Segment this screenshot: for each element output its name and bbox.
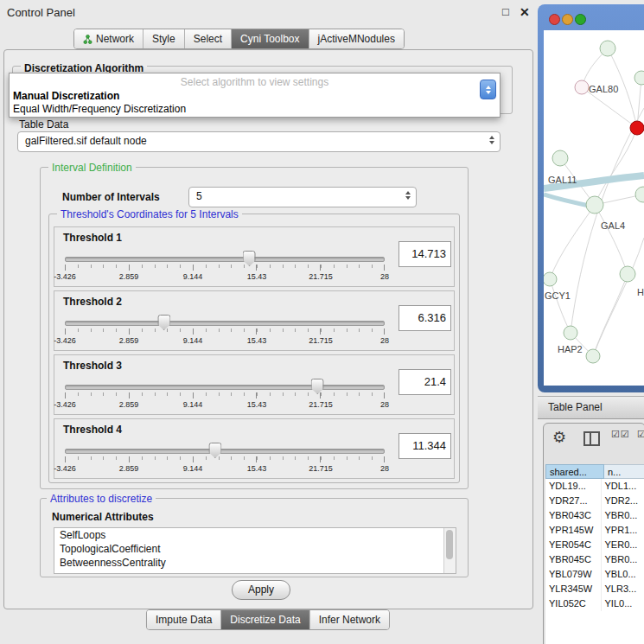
- tab-network-label: Network: [96, 33, 134, 45]
- number-of-intervals-value: 5: [196, 190, 202, 202]
- table-row[interactable]: YBR045CYBR0...: [545, 552, 644, 567]
- network-node[interactable]: [635, 187, 644, 202]
- table-toolbar: ⚙ ☑☑ ☑: [544, 424, 644, 458]
- table-row[interactable]: YIL052CYIL0...: [545, 596, 644, 611]
- table-rows: YDL19...YDL1... YDR27...YDR2... YBR043CY…: [545, 479, 644, 644]
- network-node[interactable]: [600, 41, 615, 56]
- control-panel: Control Panel □ ✕ Network Style Select C…: [0, 0, 536, 644]
- slider-track[interactable]: [65, 385, 385, 390]
- arrow-down-icon: [486, 91, 491, 94]
- threshold-1-label: Threshold 1: [63, 232, 122, 244]
- slider-scale-labels: -3.426 2.859 9.144 15.43 21.715 28: [65, 336, 385, 346]
- tab-style-label: Style: [152, 33, 175, 45]
- list-item-selfloops[interactable]: SelfLoops: [54, 528, 456, 542]
- tab-infer-network-label: Infer Network: [319, 614, 380, 626]
- tab-discretize-data-label: Discretize Data: [230, 614, 300, 626]
- tab-style[interactable]: Style: [143, 29, 185, 48]
- bottom-tab-bar: Impute Data Discretize Data Infer Networ…: [146, 609, 390, 630]
- dropdown-item-manual-discretization[interactable]: Manual Discretization: [13, 90, 119, 102]
- float-window-icon[interactable]: □: [502, 5, 509, 18]
- tab-discretize-data[interactable]: Discretize Data: [221, 610, 309, 629]
- gear-icon[interactable]: ⚙: [552, 428, 566, 447]
- columns-icon[interactable]: [583, 431, 600, 446]
- tab-cyni-toolbox-label: Cyni Toolbox: [240, 33, 299, 45]
- tab-network[interactable]: Network: [74, 29, 143, 48]
- table-row[interactable]: YBL079WYBL0...: [545, 567, 644, 582]
- slider-scale-labels: -3.426 2.859 9.144 15.43 21.715 28: [65, 464, 385, 474]
- threshold-1-slider[interactable]: -3.426 2.859 9.144 15.43 21.715 28: [65, 250, 385, 283]
- combo-stepper-icon[interactable]: [480, 80, 496, 99]
- table-row[interactable]: YBR043CYBR0...: [545, 508, 644, 523]
- node-label-gal4: GAL4: [601, 220, 625, 231]
- threshold-4-panel: Threshold 4 -3.426 2.859 9.144 15.43 21.…: [54, 418, 455, 479]
- threshold-3-value-field[interactable]: 21.4: [399, 369, 451, 395]
- threshold-3-label: Threshold 3: [63, 360, 122, 372]
- network-node[interactable]: [634, 71, 644, 85]
- network-node[interactable]: [620, 266, 635, 282]
- network-node-hap2[interactable]: [564, 326, 577, 340]
- table-row[interactable]: YER054CYER0...: [545, 538, 644, 552]
- list-item-topologicalcoefficient[interactable]: TopologicalCoefficient: [54, 542, 456, 556]
- table-data-combo-value: galFiltered.sif default node: [25, 135, 147, 147]
- combo-stepper-icon: [489, 136, 494, 144]
- table-row[interactable]: YLR345WYLR3...: [545, 582, 644, 596]
- select-columns-icon[interactable]: ☑☑: [611, 429, 630, 440]
- threshold-1-panel: Threshold 1 -3.426 2.859 9.144 15.43 21.…: [54, 226, 455, 287]
- zoom-traffic-light-icon[interactable]: [575, 14, 586, 25]
- network-node-gcy1[interactable]: [544, 272, 557, 286]
- threshold-2-value-field[interactable]: 6.316: [399, 305, 451, 331]
- network-node[interactable]: [586, 349, 600, 363]
- table-row[interactable]: YDR27...YDR2...: [545, 494, 644, 508]
- network-labels: GAL80 GAL11 GAL4 GCY1 HAP2 H: [545, 84, 644, 354]
- tab-infer-network[interactable]: Infer Network: [310, 610, 389, 629]
- minimize-traffic-light-icon[interactable]: [562, 14, 573, 25]
- number-of-intervals-combo[interactable]: 5: [188, 187, 417, 207]
- table-panel-window: ⚙ ☑☑ ☑ shared... n... YDL19...YDL1... YD…: [543, 423, 644, 644]
- threshold-4-value-field[interactable]: 11.344: [399, 433, 451, 459]
- table-data-combo[interactable]: galFiltered.sif default node: [17, 131, 501, 152]
- apply-button[interactable]: Apply: [232, 580, 290, 600]
- tab-select-label: Select: [194, 33, 222, 45]
- network-node-gal11[interactable]: [552, 150, 568, 166]
- threshold-4-label: Threshold 4: [63, 424, 122, 436]
- list-scrollbar-thumb[interactable]: [446, 530, 453, 559]
- threshold-2-panel: Threshold 2 -3.426 2.859 9.144 15.43 21.…: [54, 290, 455, 351]
- tab-select[interactable]: Select: [185, 29, 232, 48]
- algorithm-dropdown[interactable]: Select algorithm to view settings Manual…: [9, 73, 501, 118]
- slider-major-ticks: [65, 265, 385, 271]
- tab-jactivemnodules[interactable]: jActiveMNodules: [309, 29, 404, 48]
- arrow-up-icon: [486, 86, 491, 89]
- tab-cyni-toolbox[interactable]: Cyni Toolbox: [232, 29, 309, 48]
- attributes-group-title: Attributes to discretize: [47, 493, 156, 505]
- network-canvas[interactable]: GAL80 GAL11 GAL4 GCY1 HAP2 H: [544, 30, 644, 386]
- threshold-2-slider[interactable]: -3.426 2.859 9.144 15.43 21.715 28: [65, 314, 385, 347]
- column-header-shared-name[interactable]: shared...: [545, 464, 604, 479]
- threshold-4-slider[interactable]: -3.426 2.859 9.144 15.43 21.715 28: [65, 442, 385, 475]
- network-node-gal80[interactable]: [575, 80, 589, 94]
- network-node-gal4[interactable]: [586, 196, 603, 214]
- dropdown-item-equal-width-frequency[interactable]: Equal Width/Frequency Discretization: [13, 103, 186, 115]
- network-node-selected-red[interactable]: [630, 121, 644, 135]
- slider-major-ticks: [65, 392, 385, 399]
- threshold-3-slider[interactable]: -3.426 2.859 9.144 15.43 21.715 28: [65, 378, 385, 411]
- close-traffic-light-icon[interactable]: [549, 14, 560, 25]
- list-item-betweennesscentrality[interactable]: BetweennessCentrality: [54, 556, 456, 570]
- list-scrollbar[interactable]: [443, 528, 456, 573]
- network-view-window[interactable]: GAL80 GAL11 GAL4 GCY1 HAP2 H: [538, 4, 644, 392]
- table-row[interactable]: YPR145WYPR1...: [545, 523, 644, 538]
- thresholds-group-title: Threshold's Coordinates for 5 Intervals: [57, 208, 242, 220]
- table-data-label: Table Data: [19, 118, 68, 131]
- close-panel-icon[interactable]: ✕: [520, 5, 530, 19]
- threshold-1-value-field[interactable]: 14.713: [399, 241, 451, 267]
- column-header-name[interactable]: n...: [604, 464, 644, 479]
- table-row[interactable]: YDL19...YDL1...: [545, 479, 644, 494]
- tab-impute-data-label: Impute Data: [156, 614, 212, 626]
- slider-track[interactable]: [65, 257, 385, 262]
- slider-track[interactable]: [65, 321, 385, 326]
- numerical-attributes-list[interactable]: SelfLoops TopologicalCoefficient Between…: [54, 527, 456, 574]
- top-tab-bar: Network Style Select Cyni Toolbox jActiv…: [73, 29, 405, 49]
- checkbox-icon[interactable]: ☑: [637, 429, 644, 440]
- tab-impute-data[interactable]: Impute Data: [147, 610, 221, 629]
- combo-stepper-icon: [405, 191, 411, 200]
- slider-track[interactable]: [65, 449, 385, 454]
